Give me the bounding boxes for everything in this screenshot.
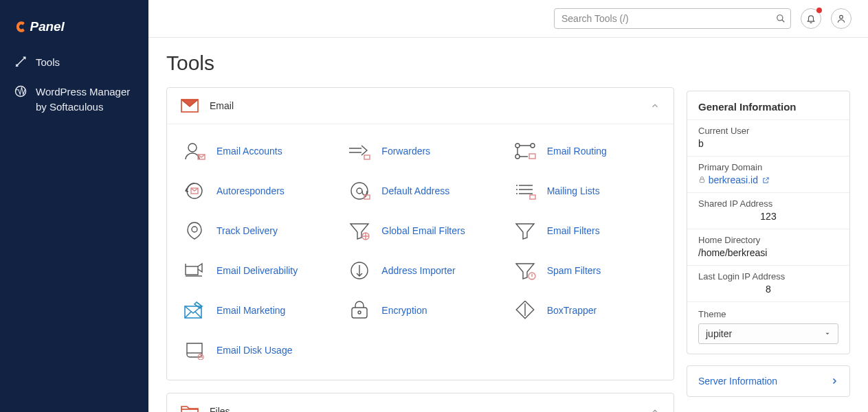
global-email-filters-icon: [346, 220, 373, 241]
svg-point-8: [515, 144, 520, 148]
email-accounts-icon: [181, 141, 208, 161]
search-wrapper: [554, 8, 791, 29]
address-importer-icon: [346, 260, 373, 281]
bell-icon: [806, 14, 816, 23]
info-panel-title: General Information: [687, 91, 849, 119]
panel-email-header[interactable]: Email: [167, 88, 674, 124]
tool-label: Email Deliverability: [216, 265, 298, 276]
tool-email-filters[interactable]: Email Filters: [503, 211, 668, 251]
tool-label: Encryption: [381, 305, 427, 316]
general-information-panel: General Information Current User b Prima…: [687, 91, 850, 354]
tool-label: Track Delivery: [216, 225, 278, 236]
tool-label: Autoresponders: [216, 185, 285, 196]
sidebar-item-tools[interactable]: Tools: [0, 48, 148, 78]
info-row-home-directory: Home Directory /home/berkreasi: [687, 229, 849, 265]
theme-select[interactable]: jupiter: [698, 323, 838, 344]
panel-email-title: Email: [210, 100, 650, 111]
email-deliverability-icon: [181, 260, 208, 281]
info-value: 123: [698, 211, 838, 222]
tool-label: Email Routing: [547, 146, 607, 157]
chevron-up-icon: [650, 407, 660, 412]
info-label: Shared IP Address: [698, 198, 838, 209]
info-row-shared-ip: Shared IP Address 123: [687, 192, 849, 229]
tool-label: Mailing Lists: [547, 185, 600, 196]
tool-track-delivery[interactable]: Track Delivery: [173, 211, 337, 251]
content: Tools Email: [148, 38, 868, 412]
default-address-icon: [346, 181, 373, 201]
info-label: Last Login IP Address: [698, 271, 838, 282]
tool-email-routing[interactable]: Email Routing: [503, 131, 668, 171]
external-link-icon: [762, 176, 770, 184]
account-button[interactable]: [831, 8, 852, 29]
main-area: Tools Email: [148, 0, 868, 412]
info-label: Primary Domain: [698, 162, 838, 172]
tool-autoresponders[interactable]: Autoresponders: [173, 171, 337, 211]
sidebar-item-wordpress-manager[interactable]: WordPress Manager by Softaculous: [0, 78, 148, 122]
svg-point-15: [357, 188, 362, 194]
tool-label: BoxTrapper: [547, 305, 597, 316]
panel-email: Email Email Accounts: [166, 87, 674, 380]
email-marketing-icon: [181, 300, 208, 321]
chevron-down-icon: [824, 330, 831, 337]
tool-spam-filters[interactable]: Spam Filters: [503, 251, 668, 290]
notifications-button[interactable]: [801, 8, 821, 29]
tool-label: Global Email Filters: [381, 225, 465, 236]
email-routing-icon: [511, 141, 539, 161]
server-information-link[interactable]: Server Information: [687, 365, 850, 397]
svg-rect-24: [352, 308, 367, 318]
info-label: Theme: [698, 309, 838, 319]
info-value: 8: [698, 284, 838, 295]
tool-label: Spam Filters: [547, 265, 601, 276]
tool-boxtrapper[interactable]: BoxTrapper: [503, 290, 668, 330]
svg-rect-20: [186, 266, 198, 275]
tool-mailing-lists[interactable]: Mailing Lists: [503, 171, 668, 211]
chevron-up-icon: [650, 101, 660, 111]
boxtrapper-icon: [511, 300, 539, 321]
info-row-theme: Theme jupiter: [687, 301, 849, 354]
search-input[interactable]: [554, 8, 791, 29]
info-row-primary-domain: Primary Domain berkreasi.id: [687, 156, 849, 192]
tool-encryption[interactable]: Encryption: [337, 290, 502, 330]
panel-files-header[interactable]: Files: [167, 393, 674, 412]
info-row-last-login: Last Login IP Address 8: [687, 265, 849, 301]
sidebar: Panel Tools WordPress Manager by Softacu…: [0, 0, 148, 412]
info-label: Home Directory: [698, 235, 838, 245]
tool-email-disk-usage[interactable]: Email Disk Usage: [173, 330, 337, 370]
svg-point-14: [351, 183, 368, 199]
svg-rect-17: [530, 195, 535, 199]
svg-point-18: [192, 227, 197, 232]
svg-rect-28: [700, 179, 704, 183]
right-column: General Information Current User b Prima…: [687, 52, 850, 398]
left-column: Tools Email: [166, 52, 674, 398]
tool-global-email-filters[interactable]: Global Email Filters: [337, 211, 502, 251]
lock-icon: [698, 175, 709, 185]
tool-default-address[interactable]: Default Address: [337, 171, 502, 211]
tool-email-deliverability[interactable]: Email Deliverability: [173, 251, 337, 290]
tools-icon: [14, 55, 27, 69]
primary-domain-link[interactable]: berkreasi.id: [709, 174, 770, 185]
svg-point-5: [188, 144, 197, 152]
notification-dot: [816, 8, 822, 13]
info-row-current-user: Current User b: [687, 119, 849, 156]
svg-point-10: [515, 154, 520, 159]
tool-address-importer[interactable]: Address Importer: [337, 251, 502, 290]
email-disk-usage-icon: [181, 340, 208, 360]
tool-email-accounts[interactable]: Email Accounts: [173, 131, 337, 171]
svg-point-9: [531, 144, 535, 148]
folder-icon: [181, 404, 199, 412]
search-icon: [776, 14, 786, 23]
svg-rect-11: [529, 154, 535, 159]
encryption-icon: [346, 300, 373, 321]
panel-files-title: Files: [210, 406, 650, 412]
svg-point-25: [358, 311, 361, 314]
tool-email-marketing[interactable]: Email Marketing: [173, 290, 337, 330]
info-label: Current User: [698, 126, 838, 136]
topbar: [148, 0, 868, 38]
tool-forwarders[interactable]: Forwarders: [337, 131, 502, 171]
tool-label: Forwarders: [381, 146, 430, 157]
info-value: berkreasi.id: [709, 174, 758, 185]
link-label: Server Information: [698, 376, 777, 387]
panel-files: Files: [166, 393, 674, 412]
logo: Panel: [0, 12, 148, 48]
chevron-right-icon: [830, 377, 838, 385]
